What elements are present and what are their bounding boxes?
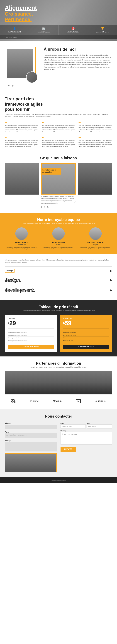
frameworks-section: Tirer parti des frameworks agiles pour f… bbox=[0, 93, 117, 153]
prix-icon: 🏆 bbox=[89, 27, 116, 30]
twitter-icon[interactable]: ✦ bbox=[8, 84, 10, 87]
facebook-icon[interactable]: f bbox=[5, 84, 6, 87]
about-social-icons: f ✦ ◎ bbox=[5, 84, 39, 87]
partner-logo-2[interactable]: ORGANIC bbox=[30, 400, 39, 402]
partner-logo-5[interactable]: LANDMARK bbox=[95, 400, 106, 402]
footer: © 2023 Tous droits réservés bbox=[0, 477, 117, 483]
plan-button-base[interactable]: ACHETER MAINTENANT bbox=[8, 344, 54, 349]
partner-logo-4[interactable]: lip bbox=[76, 399, 81, 403]
what-tw-icon[interactable]: ✦ bbox=[43, 206, 45, 208]
nav-about-sub: Cliquer pour lire les détails ici bbox=[1, 32, 28, 33]
plan-name-standard: STANDARD bbox=[63, 318, 109, 320]
what-img-building bbox=[78, 163, 112, 194]
team-role-3: Designer bbox=[79, 244, 112, 246]
plan-feature-std-4: 10 tasses de café bbox=[63, 340, 109, 342]
what-item-main: Innovation dans la construction le résul… bbox=[41, 163, 76, 208]
form-input-date[interactable] bbox=[87, 424, 112, 428]
what-item-person bbox=[5, 163, 39, 208]
framework-num-3: 03 bbox=[79, 122, 112, 124]
framework-num-2: 02 bbox=[42, 122, 76, 124]
partners-section: Partenaires d'information Sample text. C… bbox=[0, 356, 117, 410]
what-item-building bbox=[78, 163, 112, 208]
framework-text-2: Duis aute irure dolor in reprehenderit i… bbox=[42, 125, 76, 133]
plan-button-standard[interactable]: ACHETER MAINTENANT bbox=[63, 344, 109, 349]
pricing-card-base: DE BASE $29 Cliquez pour sélectionner ce… bbox=[5, 314, 57, 352]
nav-about-label: À PROPOS DE NOUS bbox=[1, 31, 28, 32]
what-fb-icon[interactable]: f bbox=[41, 206, 42, 208]
team-role-2: Directeur bbox=[42, 244, 76, 246]
plan-features-standard: 10 utilisateurs complets 100 services pa… bbox=[63, 331, 109, 342]
nav-item-about[interactable]: 👤 À PROPOS DE NOUS Cliquer pour lire les… bbox=[0, 25, 29, 35]
about-section: f ✦ ◎ À propos de moi Proposez de la ges… bbox=[0, 41, 117, 93]
contact-image-block bbox=[5, 453, 57, 472]
partners-logos: NEW WAVE ORGANIC Mockup lip LANDMARK bbox=[5, 398, 112, 405]
partners-description: Sample text. Click to select the text bo… bbox=[5, 366, 112, 368]
hero-section: Alignement Croissance. Pertinence. 👤 À P… bbox=[0, 0, 117, 41]
strategy-item-2[interactable]: design. ▶ bbox=[5, 275, 112, 285]
what-ig-icon[interactable]: ◎ bbox=[47, 206, 48, 208]
nav-item-prix[interactable]: 🏆 PRIX Cliquer pour lire les détails ici bbox=[88, 25, 117, 35]
plan-price-base: $29 bbox=[8, 320, 54, 326]
about-content: À propos de moi Proposez de la gestion d… bbox=[44, 47, 112, 71]
what-section: Ce que nous faisons Innovation dans la c… bbox=[0, 153, 117, 213]
pricing-card-standard: STANDARD $59 10 utilisateurs complets 10… bbox=[60, 314, 112, 352]
framework-item-3: 03 Duis aute irure dolor in reprehenderi… bbox=[79, 122, 112, 133]
team-section: Notre incroyable équipe Cliquez pour sél… bbox=[0, 213, 117, 254]
form-label-name: Nom bbox=[61, 422, 86, 424]
plan-features-base: Cliquez pour sélectionner ce texte Cliqu… bbox=[8, 331, 54, 342]
nav-item-mission[interactable]: 🎯 NOTRE MISSION Cliquer pour lire les dé… bbox=[59, 25, 88, 35]
team-grid: Adam Jonson Développeur Sample text. Cli… bbox=[5, 228, 112, 250]
plan-feature-std-3: 10 contacts par client bbox=[63, 336, 109, 340]
team-name-1: Adam Jonson bbox=[5, 241, 38, 244]
team-name-3: épouser Hudson bbox=[79, 241, 112, 244]
contact-address-value bbox=[5, 424, 57, 429]
what-img-person bbox=[5, 163, 39, 194]
pricing-grid: DE BASE $29 Cliquez pour sélectionner ce… bbox=[5, 314, 112, 352]
contact-form-panel: Nom Date Message ENVOYER bbox=[61, 422, 113, 472]
form-field-name: Nom bbox=[61, 422, 86, 428]
plan-feature-base-2: Cliquez pour sélectionner ce texte bbox=[8, 334, 54, 336]
what-img-main: Innovation dans la construction bbox=[41, 163, 76, 194]
pricing-section: Tableau de prix réactif Cliquez pour sél… bbox=[0, 300, 117, 356]
form-field-message: Message bbox=[61, 430, 113, 445]
team-title: Notre incroyable équipe bbox=[5, 218, 112, 222]
form-textarea-message[interactable] bbox=[61, 432, 113, 444]
plan-name-base: DE BASE bbox=[8, 318, 54, 320]
contact-phone-label: Phone Enter your phone (+33)00-0000-00 bbox=[5, 431, 57, 438]
partner-logo-3[interactable]: Mockup bbox=[53, 400, 61, 402]
contact-phone-placeholder: Enter your phone (+33)00-0000-00 bbox=[5, 433, 57, 438]
partner-logo-1[interactable]: NEW WAVE bbox=[11, 399, 15, 403]
hero-title: Alignement bbox=[5, 5, 112, 11]
strategy-description: Duis aute irure dolor in reprehenderit i… bbox=[5, 259, 112, 263]
mission-icon: 🎯 bbox=[60, 27, 87, 30]
framework-item-6: 06 Duis aute irure dolor in reprehenderi… bbox=[79, 136, 112, 148]
instagram-icon[interactable]: ◎ bbox=[12, 84, 13, 87]
strategy-item-1[interactable]: strategy ▶ bbox=[5, 266, 112, 275]
framework-text-4: Duis aute irure dolor in reprehenderit i… bbox=[5, 140, 38, 148]
contact-layout: Adresse Phone Enter your phone (+33)00-0… bbox=[5, 422, 112, 472]
contact-title: Nous contacter bbox=[5, 414, 112, 418]
form-field-date: Date bbox=[87, 422, 112, 428]
framework-item-1: 01 Duis aute irure dolor in reprehenderi… bbox=[5, 122, 38, 133]
framework-text-5: Duis aute irure dolor in reprehenderit i… bbox=[42, 140, 76, 148]
contact-section: Nous contacter Adresse Phone Enter your … bbox=[0, 410, 117, 477]
strategy-section: Duis aute irure dolor in reprehenderit i… bbox=[0, 254, 117, 300]
team-bio-2: Sample text. Click to select the text bo… bbox=[42, 246, 76, 250]
contact-submit-button[interactable]: ENVOYER bbox=[61, 447, 76, 452]
framework-item-2: 02 Duis aute irure dolor in reprehenderi… bbox=[42, 122, 76, 133]
strategy-item-3[interactable]: development. ▶ bbox=[5, 285, 112, 295]
framework-text-1: Duis aute irure dolor in reprehenderit i… bbox=[5, 125, 38, 133]
hero-nav: 👤 À PROPOS DE NOUS Cliquer pour lire les… bbox=[0, 25, 117, 35]
team-member-2: Linda Larson Directeur Sample text. Clic… bbox=[42, 228, 76, 250]
form-row-name: Nom Date bbox=[61, 422, 113, 428]
hero-footer-link[interactable]: VOIR LE TRAVAIL bbox=[0, 35, 117, 39]
pricing-title: Tableau de prix réactif bbox=[5, 305, 112, 309]
nav-item-societe[interactable]: 🏢 SOCIÉTÉ Cliquer pour lire les détails … bbox=[29, 25, 59, 35]
framework-text-6: Duis aute irure dolor in reprehenderit i… bbox=[79, 140, 112, 148]
plan-feature-base-3: Cliquez pour sélectionner ce texte bbox=[8, 336, 54, 340]
form-input-name[interactable] bbox=[61, 424, 86, 428]
strategy-arrow-2: ▶ bbox=[110, 278, 112, 282]
nav-prix-label: PRIX bbox=[89, 31, 116, 32]
framework-num-5: 05 bbox=[42, 136, 76, 138]
framework-num-6: 06 bbox=[79, 136, 112, 138]
